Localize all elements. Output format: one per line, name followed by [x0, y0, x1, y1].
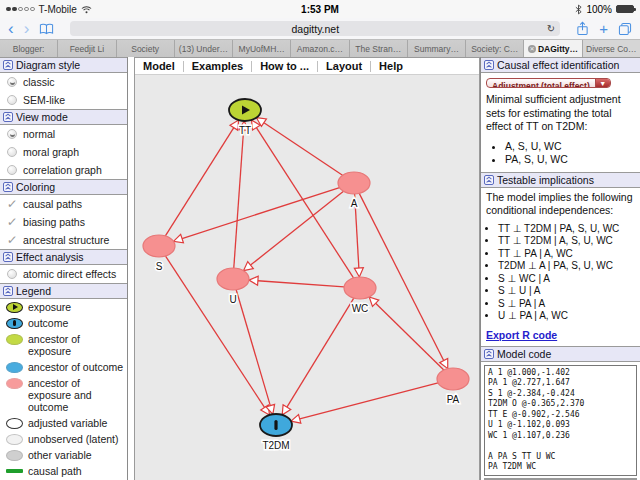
graph-arrowhead-WC-T2DM [282, 405, 291, 415]
dagitty-page: Diagram style classic SEM-like View mode… [0, 57, 640, 480]
graph-arrowhead-WC-U [249, 276, 258, 285]
graph-edge-S-T2DM[interactable] [166, 256, 265, 407]
tab-society[interactable]: Society [117, 40, 175, 57]
bookmarks-icon[interactable] [39, 23, 54, 35]
adjusted-swatch-icon [6, 418, 23, 429]
ipad-screen: T-Mobile 1:53 PM 100% ‹ › dagitty.net ↻ [0, 0, 640, 480]
radio-selected-icon[interactable] [7, 77, 17, 87]
graph-edge-WC-U[interactable] [258, 281, 344, 287]
graph-node-WC[interactable]: WC [344, 277, 376, 314]
radio-selected-icon[interactable] [7, 129, 17, 139]
graph-node-label-WC: WC [352, 303, 369, 314]
tab-society-c[interactable]: Society: C… [466, 40, 524, 57]
section-header-diagram-style[interactable]: Diagram style [0, 57, 127, 73]
graph-edge-PA-WC[interactable] [376, 303, 444, 370]
graph-edge-A-TT[interactable] [264, 123, 343, 176]
collapse-icon[interactable] [484, 349, 494, 359]
menu-help[interactable]: Help [376, 60, 406, 72]
independence-item: U ⊥ PA | A, WC [498, 310, 640, 321]
option-moral-graph[interactable]: moral graph [0, 143, 127, 161]
option-atomic-direct-effects[interactable]: atomic direct effects [0, 265, 127, 283]
share-icon[interactable] [576, 21, 589, 36]
checkmark-icon[interactable]: ✓ [6, 217, 17, 227]
graph-edge-A-PA[interactable] [359, 193, 443, 360]
tab-myuofm[interactable]: MyUofMH… [233, 40, 291, 57]
dag-canvas[interactable]: TTASUWCPAT2DM [135, 75, 479, 480]
export-r-code-link[interactable]: Export R code [486, 329, 557, 341]
graph-node-label-TT: TT [239, 125, 251, 136]
collapse-icon[interactable] [3, 60, 13, 70]
toggle-ancestral-structure[interactable]: ✓ ancestral structure [0, 231, 127, 249]
legend-causal-path: causal path [0, 463, 127, 479]
tab-the-stran[interactable]: The Stran… [350, 40, 408, 57]
section-header-causal-effect[interactable]: Causal effect identification [481, 57, 640, 73]
menu-how-to[interactable]: How to ... [257, 60, 312, 72]
collapse-icon[interactable] [3, 182, 13, 192]
option-sem-like[interactable]: SEM-like [0, 91, 127, 109]
graph-node-U[interactable]: U [217, 268, 249, 305]
checkmark-icon[interactable]: ✓ [6, 235, 17, 245]
graph-edge-U-TT[interactable] [234, 130, 244, 268]
legend-exposure: exposure [0, 299, 127, 315]
model-code-textarea[interactable]: A 1 @1.000,-1.402 PA 1 @2.727,1.647 S 1 … [484, 365, 637, 476]
legend-other-variable: other variable [0, 447, 127, 463]
tab-diverse[interactable]: Diverse Co… [583, 40, 640, 57]
address-bar[interactable]: dagitty.net ↻ [70, 21, 560, 36]
toggle-biasing-paths[interactable]: ✓ biasing paths [0, 213, 127, 231]
tab-close-icon[interactable]: ✕ [528, 45, 536, 53]
tab-under[interactable]: (13) Under… [175, 40, 233, 57]
adjustment-sets-list: A, S, U, WC PA, S, U, WC [481, 140, 640, 166]
option-classic[interactable]: classic [0, 73, 127, 91]
collapse-icon[interactable] [3, 286, 13, 296]
graph-edge-S-TT[interactable] [165, 128, 233, 236]
section-header-view-mode[interactable]: View mode [0, 109, 127, 125]
new-tab-button[interactable]: + [599, 20, 608, 37]
legend-outcome: outcome [0, 315, 127, 331]
section-header-model-code[interactable]: Model code [481, 346, 640, 362]
graph-node-S[interactable]: S [143, 235, 175, 272]
radio-icon[interactable] [7, 269, 17, 279]
outcome-bar-icon [274, 420, 277, 430]
tab-dagitty-active[interactable]: ✕ DAGitty… [524, 40, 582, 57]
right-panel: Causal effect identification Adjustment … [480, 57, 640, 480]
tab-blogger[interactable]: Blogger: [0, 40, 58, 57]
graph-edge-WC-T2DM[interactable] [287, 298, 354, 407]
radio-icon[interactable] [7, 147, 17, 157]
graph-node-TT[interactable]: TT [229, 99, 261, 136]
menu-layout[interactable]: Layout [323, 60, 365, 72]
tab-amazon[interactable]: Amazon.c… [291, 40, 349, 57]
reload-icon[interactable]: ↻ [547, 24, 555, 34]
graph-node-T2DM[interactable]: T2DM [260, 414, 292, 451]
adjustment-dropdown[interactable]: Adjustment (total effect) ▼ [486, 78, 611, 88]
toggle-causal-paths[interactable]: ✓ causal paths [0, 195, 127, 213]
tab-feedjit[interactable]: Feedjit Li [58, 40, 116, 57]
tab-summary[interactable]: Summary… [408, 40, 466, 57]
graph-edge-A-U[interactable] [251, 191, 344, 265]
independence-item: S ⊥ WC | A [498, 273, 640, 284]
graph-edge-U-T2DM[interactable] [236, 290, 270, 406]
graph-edge-PA-T2DM[interactable] [300, 383, 438, 419]
graph-node-PA[interactable]: PA [437, 368, 469, 405]
legend-ancestor-of-outcome: ancestor of outcome [0, 359, 127, 375]
collapse-icon[interactable] [3, 252, 13, 262]
checkmark-icon[interactable]: ✓ [6, 199, 17, 209]
menu-model[interactable]: Model [140, 60, 178, 72]
option-correlation-graph[interactable]: correlation graph [0, 161, 127, 179]
collapse-icon[interactable] [484, 175, 494, 185]
independence-item: S ⊥ PA | A [498, 298, 640, 309]
section-header-testable-implications[interactable]: Testable implications [481, 172, 640, 188]
dropdown-arrow-icon: ▼ [595, 79, 610, 87]
graph-node-A[interactable]: A [338, 172, 370, 209]
tab-overview-icon[interactable] [618, 22, 632, 35]
collapse-icon[interactable] [3, 112, 13, 122]
radio-icon[interactable] [7, 95, 17, 105]
section-header-effect-analysis[interactable]: Effect analysis [0, 249, 127, 265]
option-normal[interactable]: normal [0, 125, 127, 143]
collapse-icon[interactable] [484, 60, 494, 70]
section-header-legend[interactable]: Legend [0, 283, 127, 299]
back-button[interactable]: ‹ [8, 20, 14, 38]
section-header-coloring[interactable]: Coloring [0, 179, 127, 195]
menu-examples[interactable]: Examples [189, 60, 246, 72]
forward-button[interactable]: › [24, 20, 30, 38]
radio-icon[interactable] [7, 165, 17, 175]
